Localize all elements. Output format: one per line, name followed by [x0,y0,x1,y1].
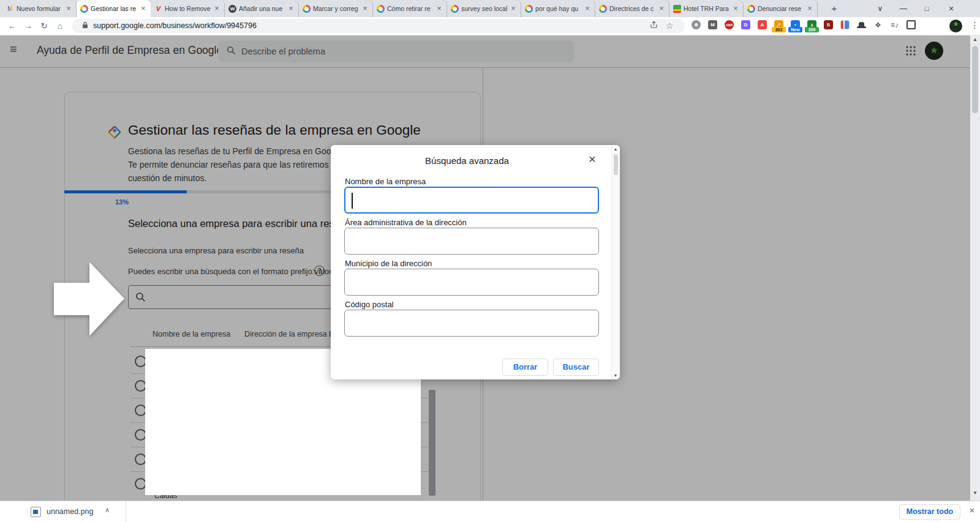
browser-tab[interactable]: por qué hay qu× [521,0,595,17]
tab-label: Directrices de c [609,5,655,12]
tab-close-icon[interactable]: × [732,4,739,13]
square-extension-icon[interactable] [906,20,916,30]
download-divider [126,501,126,522]
google-g-favicon-icon [747,5,755,13]
tab-label: Denunciar rese [758,5,804,12]
dialog-field-label: Nombre de la empresa [345,177,426,186]
tab-label: How to Remove [165,5,211,12]
tab-close-icon[interactable]: × [658,4,665,13]
tab-search-chevron-icon[interactable]: ∨ [870,0,891,17]
download-bar-close-icon[interactable]: × [967,505,978,515]
download-bar: unnamed.png ∧ Mostrar todo × [0,501,980,522]
tab-close-icon[interactable]: × [510,4,517,13]
scroll-down-icon[interactable]: ▼ [612,373,619,378]
browser-tab[interactable]: Gestionar las re× [77,0,151,17]
reload-icon[interactable]: ↻ [37,18,51,33]
browser-profile-avatar[interactable]: * [949,20,962,32]
scroll-up-icon[interactable]: ▲ [612,147,619,151]
red-mark-favicon-icon: V [154,5,162,13]
m-extension-icon[interactable]: M [707,20,718,30]
browser-tab[interactable]: Cómo retirar re× [373,0,447,17]
wordpress-favicon-icon: W [228,5,236,13]
browser-menu-kebab-icon[interactable]: ⋮ [970,20,980,30]
google-g-favicon-icon [377,5,385,13]
browser-tab[interactable]: Hotel TRH Para× [669,0,744,17]
window-maximize-button[interactable]: □ [916,0,937,17]
extension-badge: New [788,27,802,32]
browser-tab[interactable]: survey seo local× [447,0,521,17]
tab-strip: MNuevo formular×Gestionar las re×VHow to… [0,0,980,17]
dialog-close-icon[interactable]: × [585,152,600,166]
annotation-arrow [49,257,129,345]
status-200-icon[interactable]: ▲200 [807,20,817,30]
spy-hat-extension-icon[interactable] [856,20,867,30]
globe-extension-icon[interactable]: ⊕ [691,20,701,30]
tab-label: Cómo retirar re [387,5,433,12]
google-g-favicon-icon [303,5,311,13]
tab-close-icon[interactable]: × [213,4,221,13]
tab-label: Marcar y correg [313,5,359,12]
new-extension-icon[interactable]: ▪New [790,20,801,30]
google-g-favicon-icon [451,5,459,13]
window-close-button[interactable]: × [941,0,962,17]
stripes-extension-icon[interactable] [840,20,850,30]
tab-label: survey seo local [461,5,507,12]
new-tab-button[interactable]: + [828,2,840,15]
back-icon[interactable]: ← [5,18,20,33]
clear-button[interactable]: Borrar [502,359,548,376]
dialog-field-label: Área administrativa de la dirección [345,218,467,227]
redirect-path-icon[interactable]: ↗302 [774,20,784,30]
adblock-plus-icon[interactable]: ABP [724,20,734,30]
tab-close-icon[interactable]: × [806,4,813,13]
browser-tab[interactable]: WAñadir una nue× [225,0,299,17]
browser-tab[interactable]: MNuevo formular× [2,0,77,17]
dialog-field-input[interactable] [344,310,599,337]
tab-close-icon[interactable]: × [140,4,147,13]
home-icon[interactable]: ⌂ [53,18,67,33]
dialog-field-input[interactable] [344,228,599,255]
tab-close-icon[interactable]: × [584,4,591,13]
google-g-favicon-icon [525,5,533,13]
google-g-favicon-icon [599,5,607,13]
tab-label: Hotel TRH Para [684,5,729,12]
scroll-down-icon[interactable]: ▼ [970,490,980,496]
window-minimize-button[interactable]: — [893,0,914,17]
s-extension-icon[interactable]: S [823,20,834,30]
d-extension-icon[interactable]: D [741,20,751,30]
dialog-field-label: Código postal [345,300,394,309]
forward-icon[interactable]: → [21,18,36,33]
search-button[interactable]: Buscar [553,359,599,376]
dialog-field-label: Municipio de la dirección [345,259,432,268]
tab-close-icon[interactable]: × [287,4,295,13]
hotel-favicon-icon [673,5,681,13]
text-caret [352,193,353,209]
bookmark-star-icon[interactable]: ☆ [664,21,675,31]
puzzle-extensions-icon[interactable]: ❖ [873,20,883,30]
browser-tab[interactable]: Marcar y correg× [299,0,373,17]
dialog-scrollbar-thumb[interactable] [614,154,618,175]
page-scrollbar[interactable]: ▲ ▼ [970,35,980,501]
url-text[interactable]: support.google.com/business/workflow/994… [93,19,257,33]
a-extension-icon[interactable]: A [757,20,767,30]
share-icon[interactable] [648,21,659,31]
tab-label: Añadir una nue [239,5,285,12]
page-scrollbar-thumb[interactable] [972,46,978,113]
reading-list-icon[interactable]: ≡♪ [889,20,900,30]
tab-close-icon[interactable]: × [435,4,443,13]
tab-label: por qué hay qu [535,5,581,12]
address-bar[interactable]: support.google.com/business/workflow/994… [72,19,685,33]
browser-tab[interactable]: Directrices de c× [595,0,669,17]
tab-close-icon[interactable]: × [65,4,72,13]
dialog-scrollbar[interactable]: ▲ ▼ [611,145,620,379]
dialog-field-input[interactable] [344,187,599,214]
scroll-up-icon[interactable]: ▲ [970,37,980,42]
download-filename[interactable]: unnamed.png [47,507,93,516]
extension-badge: 200 [805,27,819,32]
show-all-downloads-button[interactable]: Mostrar todo [899,504,960,520]
tab-close-icon[interactable]: × [361,4,369,13]
browser-tab[interactable]: VHow to Remove× [151,0,225,17]
browser-tab[interactable]: Denunciar rese× [744,0,818,17]
download-chevron-up-icon[interactable]: ∧ [102,506,113,514]
dialog-field-input[interactable] [344,269,599,296]
image-file-icon [31,507,41,517]
